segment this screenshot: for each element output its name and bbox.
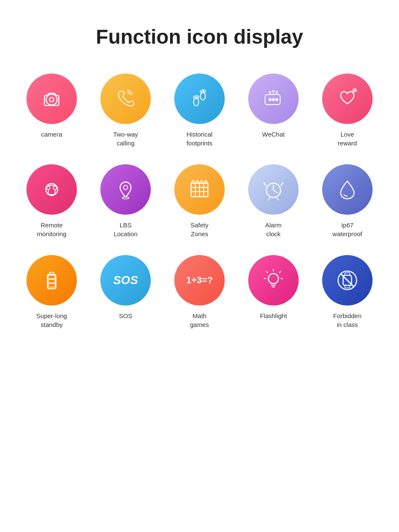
svg-point-13 [276, 99, 278, 101]
icon-circle-flashlight [248, 255, 299, 306]
icon-label-two-way-calling: Two-way calling [113, 130, 138, 147]
svg-point-2 [194, 98, 199, 106]
icon-label-historical-footprints: Historical footprints [186, 130, 213, 147]
icon-circle-two-way-calling [100, 74, 151, 124]
svg-rect-45 [48, 284, 55, 287]
svg-point-6 [200, 92, 205, 100]
svg-point-11 [269, 99, 271, 101]
svg-line-51 [266, 271, 268, 273]
svg-line-37 [273, 190, 278, 193]
icon-item-math-games: 1+3=? Math games [167, 255, 232, 329]
icon-item-historical-footprints: Historical footprints [167, 74, 232, 147]
icon-circle-lbs-location [100, 164, 151, 215]
icon-item-flashlight: Flashlight [241, 255, 306, 329]
icon-circle-safety-zones [174, 164, 225, 215]
svg-point-27 [123, 185, 128, 190]
icon-circle-love-reward [322, 74, 373, 124]
icon-circle-alarm-clock [248, 164, 299, 215]
icon-label-love-reward: Love reward [338, 130, 357, 147]
icons-grid: camera Two-way calling [19, 74, 380, 329]
svg-rect-43 [50, 272, 54, 274]
icon-circle-camera [26, 74, 77, 124]
icon-item-ip67-waterproof: Ip67 waterproof [315, 164, 380, 238]
page-title: Function icon display [96, 25, 303, 48]
svg-line-38 [264, 183, 266, 185]
svg-point-28 [122, 197, 129, 199]
icon-circle-sos: SOS [100, 255, 151, 306]
icon-item-alarm-clock: Alarm clock [241, 164, 306, 238]
icon-label-flashlight: Flashlight [260, 311, 287, 320]
icon-item-remote-monitoring: Remote monitoring [19, 164, 84, 238]
icon-label-sos: SOS [119, 311, 132, 320]
svg-point-12 [273, 99, 275, 101]
svg-rect-42 [47, 274, 56, 289]
icon-item-sos: SOS SOS [93, 255, 158, 329]
svg-point-5 [197, 96, 199, 98]
svg-line-39 [281, 183, 283, 185]
icon-item-camera: camera [19, 74, 84, 147]
icon-circle-historical-footprints [174, 74, 225, 124]
icon-item-safety-zones: Safety Zones [167, 164, 232, 238]
icon-label-safety-zones: Safety Zones [191, 221, 209, 238]
icon-item-super-long-standby: Super-long standby [19, 255, 84, 329]
icon-item-two-way-calling: Two-way calling [93, 74, 158, 147]
sos-text: SOS [113, 274, 138, 287]
icon-label-ip67-waterproof: Ip67 waterproof [333, 221, 362, 238]
icon-circle-forbidden-in-class [322, 255, 373, 306]
svg-point-0 [46, 94, 57, 105]
svg-point-47 [268, 274, 278, 284]
icon-item-love-reward: Love reward [315, 74, 380, 147]
icon-item-forbidden-in-class: Forbidden in class [315, 255, 380, 329]
icon-circle-remote-monitoring [26, 164, 77, 215]
icon-label-super-long-standby: Super-long standby [36, 311, 67, 329]
icon-item-lbs-location: LBS Location [93, 164, 158, 238]
icon-circle-super-long-standby [26, 255, 77, 306]
svg-point-26 [53, 186, 57, 190]
icon-label-math-games: Math games [190, 311, 209, 329]
icon-label-lbs-location: LBS Location [114, 221, 138, 238]
svg-point-25 [47, 186, 50, 190]
icon-circle-math-games: 1+3=? [174, 255, 225, 306]
svg-point-9 [204, 90, 206, 92]
svg-line-49 [279, 271, 281, 273]
icon-label-camera: camera [41, 130, 62, 139]
svg-rect-46 [48, 275, 55, 279]
icon-circle-ip67-waterproof [322, 164, 373, 215]
icon-item-wechat: WeChat [241, 74, 306, 147]
math-games-text: 1+3=? [186, 275, 213, 286]
icon-label-alarm-clock: Alarm clock [265, 221, 281, 238]
svg-rect-44 [48, 279, 55, 283]
svg-line-40 [268, 198, 270, 200]
svg-point-1 [50, 97, 54, 102]
icon-label-wechat: WeChat [262, 130, 285, 139]
svg-line-41 [277, 198, 278, 200]
icon-circle-wechat [248, 74, 299, 124]
icon-label-remote-monitoring: Remote monitoring [37, 221, 66, 238]
icon-label-forbidden-in-class: Forbidden in class [333, 311, 362, 329]
